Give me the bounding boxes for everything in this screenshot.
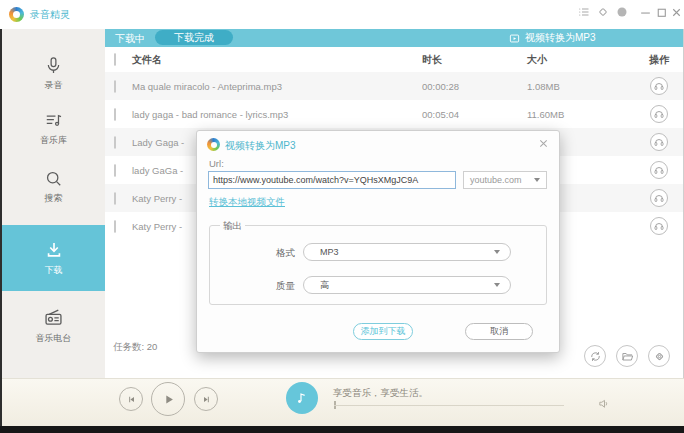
sidebar-item-download[interactable]: 下载	[2, 225, 105, 291]
progress-bar[interactable]	[334, 405, 564, 406]
listen-button[interactable]	[650, 105, 668, 123]
open-folder-button[interactable]	[616, 345, 638, 367]
header-filename: 文件名	[132, 53, 420, 67]
file-duration: 00:00:28	[420, 81, 523, 92]
app-title: 录音精灵	[30, 8, 70, 22]
chevron-down-icon	[494, 283, 500, 287]
file-size: 1.08MB	[523, 81, 635, 92]
minimize-button[interactable]	[639, 6, 652, 19]
player-slogan: 享受音乐，享受生活。	[333, 387, 428, 400]
sidebar-item-label: 下载	[45, 264, 63, 277]
row-checkbox[interactable]	[114, 136, 116, 149]
row-checkbox[interactable]	[114, 108, 116, 121]
folder-icon	[621, 350, 634, 363]
row-checkbox[interactable]	[114, 164, 116, 177]
table-header: 文件名 时长 大小 操作	[105, 47, 683, 72]
table-row: Ma quale miracolo - Anteprima.mp3 00:00:…	[105, 72, 683, 100]
refresh-icon	[589, 350, 602, 363]
maximize-button[interactable]	[655, 6, 668, 19]
dialog-close-icon[interactable]	[538, 138, 549, 149]
header-size: 大小	[523, 53, 635, 67]
volume-icon[interactable]	[597, 396, 612, 411]
next-icon	[201, 394, 212, 405]
sidebar-item-search[interactable]: 搜索	[2, 169, 105, 205]
header-duration: 时长	[420, 53, 523, 67]
file-name: Ma quale miracolo - Anteprima.mp3	[132, 81, 420, 92]
sidebar: 录音 音乐库 搜索 下载 音乐电台	[2, 29, 105, 378]
convert-video-label: 视频转换为MP3	[525, 31, 596, 45]
output-legend: 输出	[220, 220, 245, 233]
listen-button[interactable]	[650, 77, 668, 95]
previous-button[interactable]	[119, 387, 143, 411]
listen-button[interactable]	[650, 161, 668, 179]
file-duration: 00:05:04	[420, 109, 523, 120]
settings-button[interactable]	[648, 345, 670, 367]
microphone-icon	[44, 56, 63, 75]
dialog-title: 视频转换为MP3	[225, 139, 296, 153]
header-action: 操作	[635, 53, 683, 67]
sidebar-item-library[interactable]: 音乐库	[2, 111, 105, 147]
format-select[interactable]: MP3	[303, 243, 511, 261]
download-icon	[44, 240, 64, 260]
circle-icon[interactable]	[616, 6, 628, 18]
file-name: lady gaga - bad romance - lyrics.mp3	[132, 109, 420, 120]
refresh-button[interactable]	[584, 345, 606, 367]
music-library-icon	[44, 111, 63, 130]
sidebar-item-label: 录音	[45, 79, 63, 92]
file-size: 11.60MB	[523, 109, 635, 120]
convert-video-button[interactable]: 视频转换为MP3	[509, 31, 596, 45]
listen-button[interactable]	[650, 189, 668, 207]
url-input[interactable]	[208, 171, 456, 189]
add-to-download-button[interactable]: 添加到下载	[353, 323, 413, 340]
table-row: lady gaga - bad romance - lyrics.mp3 00:…	[105, 100, 683, 128]
diamond-icon[interactable]	[597, 6, 609, 18]
dialog-logo-icon	[207, 138, 220, 151]
search-icon	[44, 169, 63, 188]
titlebar: 录音精灵	[0, 0, 684, 29]
sidebar-item-label: 搜索	[45, 192, 63, 205]
radio-icon	[43, 307, 64, 328]
convert-video-icon	[509, 33, 520, 44]
app-logo-icon	[9, 7, 24, 22]
convert-local-file-link[interactable]: 转换本地视频文件	[209, 196, 285, 209]
playerbar: 享受音乐，享受生活。	[2, 378, 684, 426]
select-all-checkbox[interactable]	[114, 53, 116, 66]
app-window: 录音精灵 录音 音乐库	[0, 0, 684, 433]
row-checkbox[interactable]	[114, 192, 116, 205]
row-checkbox[interactable]	[114, 220, 116, 233]
task-count: 任务数: 20	[113, 341, 157, 354]
sidebar-item-radio[interactable]: 音乐电台	[2, 307, 105, 345]
previous-icon	[126, 394, 137, 405]
quality-select-value: 高	[320, 279, 329, 292]
gear-icon	[653, 350, 666, 363]
quality-label: 质量	[239, 280, 295, 293]
taskbar-strip	[0, 426, 684, 433]
tab-completed[interactable]: 下载完成	[155, 30, 233, 45]
play-icon	[161, 392, 176, 407]
format-select-value: MP3	[320, 247, 339, 257]
chevron-down-icon	[494, 250, 500, 254]
music-note-icon	[294, 390, 310, 406]
sidebar-item-label: 音乐电台	[36, 332, 72, 345]
screen-edge	[0, 29, 2, 426]
tabbar: 下载中 下载完成 视频转换为MP3	[105, 29, 683, 47]
quality-select[interactable]: 高	[303, 276, 511, 294]
site-select-value: youtube.com	[470, 175, 522, 185]
row-checkbox[interactable]	[114, 80, 116, 93]
convert-dialog: 视频转换为MP3 Url: youtube.com 转换本地视频文件 输出 格式…	[196, 130, 560, 353]
listen-button[interactable]	[650, 133, 668, 151]
sidebar-item-label: 音乐库	[40, 134, 67, 147]
sidebar-item-record[interactable]: 录音	[2, 56, 105, 92]
format-label: 格式	[239, 247, 295, 260]
listen-button[interactable]	[650, 217, 668, 235]
cancel-button[interactable]: 取消	[465, 323, 533, 340]
site-select[interactable]: youtube.com	[463, 171, 547, 189]
tab-downloading[interactable]: 下载中	[115, 32, 145, 46]
close-button[interactable]	[670, 6, 683, 19]
url-label: Url:	[209, 158, 224, 169]
album-art[interactable]	[286, 382, 318, 414]
next-button[interactable]	[194, 387, 218, 411]
tasklist-icon[interactable]	[578, 6, 590, 18]
play-button[interactable]	[151, 382, 185, 416]
chevron-down-icon	[534, 178, 540, 182]
